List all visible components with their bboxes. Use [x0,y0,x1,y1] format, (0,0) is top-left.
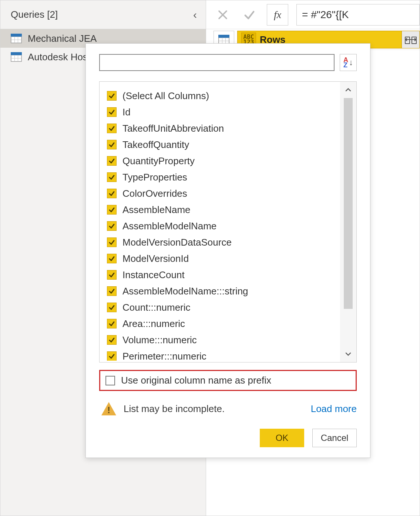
column-label: Area:::numeric [122,318,185,330]
use-prefix-checkbox[interactable] [105,376,115,385]
column-checkbox-row[interactable]: ModelVersionId [107,250,356,267]
column-label: (Select All Columns) [122,90,209,102]
column-checkbox[interactable] [107,91,117,101]
column-checkbox-row[interactable]: QuantityProperty [107,153,356,169]
column-label: ColorOverrides [122,188,187,199]
column-checkbox[interactable] [107,221,117,231]
ok-button[interactable]: OK [260,429,304,447]
column-label: AssembleModelName [122,220,216,232]
column-checkbox[interactable] [107,286,117,296]
formula-toolbar: fx = #"26"{[K [206,0,420,29]
query-item-label: Autodesk Hos [28,51,88,63]
expand-column-button[interactable] [401,31,419,48]
column-checkbox-row[interactable]: ModelVersionDataSource [107,234,356,250]
column-checkbox[interactable] [107,124,117,133]
column-label: Volume:::numeric [122,334,197,346]
column-checkbox[interactable] [107,156,117,166]
column-checkbox-row[interactable]: Perimeter:::numeric [107,348,356,361]
column-checkbox[interactable] [107,351,117,361]
expand-columns-panel: AZ↓ (Select All Columns)IdTakeoffUnitAbb… [85,43,370,458]
column-label: TakeoffQuantity [122,139,189,151]
warning-icon [101,402,116,415]
column-checkbox[interactable] [107,303,117,312]
column-checkbox-row[interactable]: ColorOverrides [107,185,356,202]
sort-button[interactable]: AZ↓ [340,54,357,71]
column-label: AssembleName [122,204,191,216]
column-checkbox-row[interactable]: (Select All Columns) [107,88,356,104]
cancel-button[interactable]: Cancel [312,429,357,447]
expand-icon [406,35,416,44]
column-label: TypeProperties [122,172,187,183]
scroll-thumb[interactable] [344,98,353,309]
column-checkbox[interactable] [107,107,117,117]
column-label: AssembleModelName:::string [122,286,248,297]
use-prefix-label: Use original column name as prefix [121,375,271,386]
discard-button[interactable] [214,6,232,24]
query-item-label: Mechanical JEA [28,33,97,44]
formula-text: = #"26"{[K [302,9,349,21]
search-columns-input[interactable] [99,54,335,71]
column-label: ModelVersionId [122,253,189,264]
scroll-down-icon[interactable] [340,346,356,362]
column-checkbox-row[interactable]: AssembleModelName:::string [107,283,356,299]
column-label: QuantityProperty [122,155,195,167]
column-label: InstanceCount [122,269,185,281]
column-checkbox-row[interactable]: InstanceCount [107,267,356,283]
column-checkbox[interactable] [107,319,117,328]
column-checkbox[interactable] [107,270,117,280]
use-prefix-row[interactable]: Use original column name as prefix [99,370,357,391]
column-checkbox-row[interactable]: TakeoffQuantity [107,136,356,153]
queries-header-title: Queries [2] [11,9,58,20]
column-checkbox-row[interactable]: TakeoffUnitAbbreviation [107,120,356,136]
table-icon [11,34,22,43]
dialog-buttons: OK Cancel [99,429,357,447]
column-checkbox[interactable] [107,335,117,345]
column-label: TakeoffUnitAbbreviation [122,123,224,134]
scroll-up-icon[interactable] [340,82,356,98]
formula-input[interactable]: = #"26"{[K [296,4,420,26]
column-checkbox[interactable] [107,172,117,182]
commit-button[interactable] [240,6,259,24]
table-icon [11,52,22,62]
column-checkbox[interactable] [107,237,117,247]
column-checkbox-row[interactable]: Count:::numeric [107,299,356,316]
collapse-queries-icon[interactable]: ‹ [193,9,197,20]
warning-text: List may be incomplete. [124,403,225,415]
column-checkbox-row[interactable]: Area:::numeric [107,316,356,332]
fx-button[interactable]: fx [267,4,288,26]
column-checkbox[interactable] [107,254,117,263]
queries-header: Queries [2] ‹ [0,0,206,29]
column-checkbox-row[interactable]: TypeProperties [107,169,356,185]
column-checkbox-row[interactable]: Volume:::numeric [107,332,356,348]
column-checkbox-row[interactable]: AssembleModelName [107,218,356,234]
warning-row: List may be incomplete. Load more [99,402,357,415]
column-checkbox[interactable] [107,189,117,198]
column-label: Count:::numeric [122,302,191,313]
column-label: Perimeter:::numeric [122,351,206,361]
sort-az-icon: AZ↓ [343,57,353,68]
column-checkbox[interactable] [107,205,117,215]
column-label: Id [122,107,131,118]
column-label: ModelVersionDataSource [122,237,232,248]
load-more-link[interactable]: Load more [311,403,357,415]
scrollbar[interactable] [340,82,356,362]
column-checkbox-row[interactable]: Id [107,104,356,120]
column-checkbox[interactable] [107,140,117,149]
column-checkbox-row[interactable]: AssembleName [107,202,356,218]
columns-list-box: (Select All Columns)IdTakeoffUnitAbbrevi… [99,81,357,362]
